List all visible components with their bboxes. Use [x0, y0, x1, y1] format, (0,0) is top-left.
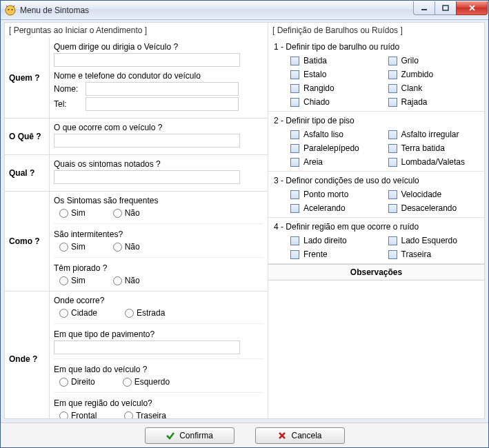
svg-rect-4	[443, 6, 448, 10]
quem-nome-label: Nome:	[54, 84, 83, 94]
check-g3-2[interactable]: Acelerando	[290, 203, 381, 213]
como-q1-sim[interactable]: Sim	[59, 208, 86, 218]
quem-tel-input[interactable]	[86, 97, 239, 111]
confirm-button[interactable]: Confirma	[145, 427, 234, 444]
como-q2-nao[interactable]: Não	[113, 242, 140, 252]
close-button[interactable]	[456, 1, 488, 15]
qual-input[interactable]	[54, 170, 240, 184]
side-como: Como ?	[5, 192, 50, 291]
qual-label: Quais os sintomas notados ?	[54, 159, 263, 169]
group-1-title: 1 - Definir tipo de barulho ou ruído	[274, 42, 479, 52]
checkbox-icon	[290, 250, 299, 259]
client-area: [ Perguntas ao Iniciar o Atendimento ] Q…	[1, 20, 488, 422]
onde-q1-cidade[interactable]: Cidade	[59, 308, 97, 318]
check-g1-2[interactable]: Estalo	[290, 70, 381, 79]
check-g2-5[interactable]: Lombada/Valetas	[388, 157, 479, 167]
check-g1-0[interactable]: Batida	[290, 56, 381, 65]
group-3-grid: Ponto mortoVelocidadeAcelerandoDesaceler…	[274, 190, 479, 213]
check-icon	[166, 431, 175, 440]
footer: Confirma Cancela	[1, 422, 488, 447]
row-onde: Onde ? Onde ocorre? Cidade Estrada Em qu	[5, 292, 268, 418]
check-g3-1[interactable]: Velocidade	[388, 190, 479, 199]
group-2: 2 - Definir tipo de piso Asfalto lisoAsf…	[268, 112, 484, 172]
titlebar: Menu de Sintomas	[1, 1, 488, 20]
side-oque: O Quê ?	[5, 119, 50, 154]
check-label: Paralelepípedo	[303, 143, 359, 153]
check-label: Chiado	[303, 97, 330, 107]
quem-q1-label: Quem dirige ou dirigia o Veículo ?	[54, 42, 263, 52]
check-g3-3[interactable]: Desacelerando	[388, 203, 479, 213]
side-qual: Qual ?	[5, 155, 50, 191]
observacoes-body[interactable]	[268, 281, 484, 418]
group-3: 3 - Definor condições de uso do veículo …	[268, 172, 484, 218]
onde-q4-frontal[interactable]: Frontal	[59, 411, 97, 418]
confirm-label: Confirma	[179, 431, 213, 440]
como-q2-sim[interactable]: Sim	[59, 242, 86, 252]
row-quem: Quem ? Quem dirige ou dirigia o Veículo …	[5, 38, 268, 119]
check-g2-1[interactable]: Asfalto irregular	[388, 130, 479, 139]
check-label: Lado Esquerdo	[401, 236, 457, 245]
check-label: Rangido	[303, 83, 335, 93]
right-header: [ Definição de Barulhos ou Ruídos ]	[268, 23, 484, 38]
onde-q3-esquerdo[interactable]: Esquerdo	[123, 377, 170, 387]
checkbox-icon	[388, 70, 397, 79]
onde-q3-direito[interactable]: Direito	[59, 377, 95, 387]
check-g3-0[interactable]: Ponto morto	[290, 190, 381, 199]
checkbox-icon	[290, 236, 299, 245]
cancel-button[interactable]: Cancela	[255, 427, 345, 444]
check-g4-0[interactable]: Lado direito	[290, 236, 381, 245]
check-g1-1[interactable]: Grilo	[388, 56, 479, 65]
check-label: Batida	[303, 56, 327, 65]
quem-q1-input[interactable]	[54, 53, 240, 67]
side-quem: Quem ?	[5, 38, 50, 118]
onde-q4-traseira[interactable]: Traseira	[124, 411, 166, 418]
checkbox-icon	[290, 190, 299, 199]
check-label: Velocidade	[401, 190, 442, 199]
como-q3-sim[interactable]: Sim	[59, 276, 86, 285]
maximize-button[interactable]	[435, 1, 457, 15]
onde-q1-estrada[interactable]: Estrada	[125, 308, 165, 318]
check-label: Grilo	[401, 56, 419, 65]
checkbox-icon	[290, 98, 299, 107]
check-g1-6[interactable]: Chiado	[290, 97, 381, 107]
group-2-grid: Asfalto lisoAsfalto irregularParalelepíp…	[274, 130, 479, 167]
check-g2-3[interactable]: Terra batida	[388, 143, 479, 153]
quem-q2-label: Nome e telefone do condutor do veículo	[54, 71, 263, 81]
minimize-button[interactable]	[413, 1, 435, 15]
como-q3-nao[interactable]: Não	[113, 276, 140, 285]
check-label: Desacelerando	[401, 203, 457, 213]
check-g2-0[interactable]: Asfalto liso	[290, 130, 381, 139]
checkbox-icon	[290, 57, 299, 65]
check-g1-3[interactable]: Zumbido	[388, 70, 479, 79]
quem-tel-label: Tel:	[54, 99, 83, 109]
app-icon	[5, 5, 16, 16]
checkbox-icon	[388, 98, 397, 107]
check-g1-7[interactable]: Rajada	[388, 97, 479, 107]
checkbox-icon	[290, 204, 299, 213]
check-g1-5[interactable]: Clank	[388, 83, 479, 93]
check-label: Traseira	[401, 250, 432, 259]
right-scroll[interactable]: 1 - Definir tipo de barulho ou ruído Bat…	[268, 38, 484, 418]
check-g4-3[interactable]: Traseira	[388, 250, 479, 259]
checkbox-icon	[290, 130, 299, 139]
onde-q3-label: Em que lado do veículo ?	[54, 365, 263, 374]
check-g4-1[interactable]: Lado Esquerdo	[388, 236, 479, 245]
checkbox-icon	[290, 158, 299, 167]
group-1-grid: BatidaGriloEstaloZumbidoRangidoClankChia…	[274, 56, 479, 107]
checkbox-icon	[290, 84, 299, 93]
check-g4-2[interactable]: Frente	[290, 250, 381, 259]
checkbox-icon	[388, 190, 397, 199]
checkbox-icon	[388, 84, 397, 93]
quem-nome-input[interactable]	[86, 82, 239, 96]
left-panel: [ Perguntas ao Iniciar o Atendimento ] Q…	[5, 23, 268, 418]
group-2-title: 2 - Definir tipo de piso	[274, 116, 479, 125]
group-4: 4 - Definir região em que ocorre o ruído…	[268, 218, 484, 264]
left-scroll[interactable]: Quem ? Quem dirige ou dirigia o Veículo …	[5, 38, 268, 418]
onde-q2-input[interactable]	[54, 340, 240, 354]
como-q1-nao[interactable]: Não	[113, 208, 140, 218]
check-g1-4[interactable]: Rangido	[290, 83, 381, 93]
check-g2-2[interactable]: Paralelepípedo	[290, 143, 381, 153]
check-label: Clank	[401, 83, 423, 93]
oque-input[interactable]	[54, 134, 240, 147]
check-g2-4[interactable]: Areia	[290, 157, 381, 167]
